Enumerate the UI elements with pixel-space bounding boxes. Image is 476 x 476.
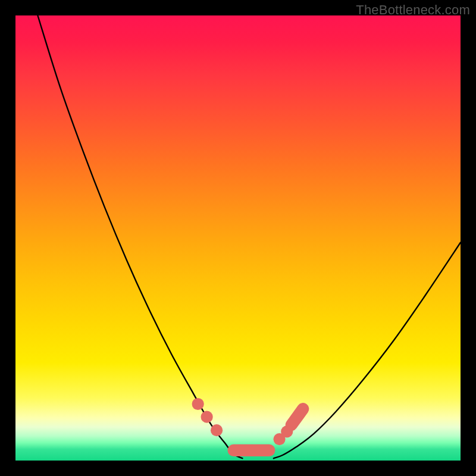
marker-dot-1 (211, 424, 223, 436)
marker-group (192, 398, 303, 450)
marker-capsule-6 (292, 409, 303, 425)
series-left-arm (37, 15, 242, 458)
marker-dot-3 (192, 398, 204, 410)
curve-group (37, 15, 461, 458)
series-right-arm (274, 242, 461, 458)
marker-dot-2 (201, 411, 213, 423)
chart-frame: TheBottleneck.com (0, 0, 476, 476)
plot-area (15, 15, 461, 461)
chart-svg (15, 15, 461, 461)
